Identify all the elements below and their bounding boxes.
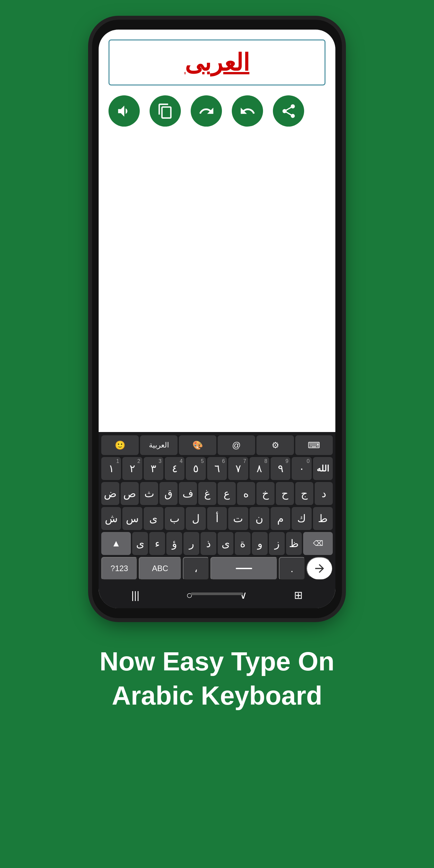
key-qaf[interactable]: ق bbox=[159, 482, 178, 505]
at-button[interactable]: @ bbox=[218, 435, 255, 455]
row2: ض ص ث ق ف غ ع ه خ ح ج د bbox=[101, 482, 333, 505]
key-tah[interactable]: ط bbox=[313, 507, 333, 530]
home-indicator bbox=[191, 592, 243, 595]
key-allah[interactable]: الله bbox=[313, 457, 333, 480]
row3: ش س ى ب ل أ ت ن م ك ط bbox=[101, 507, 333, 530]
arabic-text: العربى bbox=[185, 49, 250, 76]
key-seen[interactable]: س bbox=[122, 507, 142, 530]
key-meem[interactable]: م bbox=[271, 507, 290, 530]
row4: ▲ ى ء ؤ ر ذ ى ة و ز ظ ⌫ bbox=[101, 532, 333, 555]
keyboard-container: 🙂 العربية 🎨 @ ⚙ ⌨ 1١ 2٢ 3٣ 4٤ 5٥ 6٦ 7٧ 8 bbox=[99, 432, 335, 608]
key-ha[interactable]: ه bbox=[237, 482, 255, 505]
back-nav-icon[interactable]: ||| bbox=[131, 589, 140, 601]
numbers-mode-key[interactable]: ?123 bbox=[101, 557, 137, 580]
volume-button[interactable] bbox=[108, 95, 140, 127]
key-6[interactable]: 6٦ bbox=[207, 457, 227, 480]
share-button[interactable] bbox=[273, 95, 304, 127]
key-9[interactable]: 9٩ bbox=[271, 457, 290, 480]
redo-button[interactable] bbox=[191, 95, 222, 127]
key-kaf[interactable]: ك bbox=[291, 507, 311, 530]
copy-button[interactable] bbox=[150, 95, 181, 127]
number-row: 1١ 2٢ 3٣ 4٤ 5٥ 6٦ 7٧ 8٨ 9٩ 0٠ الله bbox=[101, 457, 333, 480]
key-kha[interactable]: خ bbox=[256, 482, 275, 505]
key-jeem[interactable]: ج bbox=[295, 482, 313, 505]
key-0[interactable]: 0٠ bbox=[291, 457, 311, 480]
key-zah[interactable]: ظ bbox=[286, 532, 302, 555]
key-waw-hamza[interactable]: ؤ bbox=[166, 532, 182, 555]
key-ba[interactable]: ب bbox=[165, 507, 184, 530]
page-container: العربى bbox=[0, 0, 434, 868]
grid-nav-icon[interactable]: ⊞ bbox=[294, 589, 303, 601]
key-2[interactable]: 2٢ bbox=[122, 457, 142, 480]
settings-button[interactable]: ⚙ bbox=[256, 435, 294, 455]
key-dal[interactable]: د bbox=[315, 482, 333, 505]
language-button[interactable]: العربية bbox=[140, 435, 178, 455]
keyboard-hide-button[interactable]: ⌨ bbox=[295, 435, 333, 455]
bottom-line2: Arabic Keyboard bbox=[112, 681, 322, 710]
key-ra[interactable]: ر bbox=[183, 532, 199, 555]
key-fa[interactable]: ف bbox=[179, 482, 197, 505]
home-nav-icon[interactable]: ○ bbox=[186, 589, 193, 601]
key-alef-hamza[interactable]: أ bbox=[207, 507, 227, 530]
enter-key[interactable] bbox=[306, 557, 333, 580]
svg-rect-0 bbox=[236, 568, 252, 569]
key-ta[interactable]: ت bbox=[228, 507, 248, 530]
key-4[interactable]: 4٤ bbox=[165, 457, 184, 480]
recents-nav-icon[interactable]: ∨ bbox=[239, 589, 247, 601]
bottom-line1: Now Easy Type On bbox=[100, 647, 334, 676]
theme-button[interactable]: 🎨 bbox=[179, 435, 216, 455]
bottom-row: ?123 ABC ، . bbox=[101, 557, 333, 580]
period-key[interactable]: . bbox=[279, 557, 305, 580]
key-tha[interactable]: ث bbox=[140, 482, 158, 505]
key-sad[interactable]: ص bbox=[121, 482, 139, 505]
key-shin[interactable]: ش bbox=[101, 507, 121, 530]
key-ghain[interactable]: غ bbox=[198, 482, 216, 505]
key-ain[interactable]: ع bbox=[218, 482, 236, 505]
emoji-button[interactable]: 🙂 bbox=[101, 435, 139, 455]
backspace-key[interactable]: ⌫ bbox=[303, 532, 333, 555]
shift-key[interactable]: ▲ bbox=[101, 532, 131, 555]
bottom-text-section: Now Easy Type On Arabic Keyboard bbox=[100, 644, 334, 713]
key-nun[interactable]: ن bbox=[250, 507, 269, 530]
key-ya-alef[interactable]: ى bbox=[132, 532, 148, 555]
abc-key[interactable]: ABC bbox=[139, 557, 182, 580]
phone-screen: العربى bbox=[99, 30, 335, 608]
key-ya2[interactable]: ى bbox=[144, 507, 163, 530]
key-lam[interactable]: ل bbox=[186, 507, 206, 530]
key-5[interactable]: 5٥ bbox=[186, 457, 206, 480]
key-ta-marbuta[interactable]: ة bbox=[235, 532, 251, 555]
space-key[interactable] bbox=[210, 557, 278, 580]
key-hamza[interactable]: ء bbox=[149, 532, 165, 555]
empty-area bbox=[99, 136, 335, 432]
key-3[interactable]: 3٣ bbox=[144, 457, 163, 480]
key-7[interactable]: 7٧ bbox=[228, 457, 248, 480]
key-1[interactable]: 1١ bbox=[101, 457, 121, 480]
key-dad[interactable]: ض bbox=[101, 482, 119, 505]
comma-key[interactable]: ، bbox=[183, 557, 209, 580]
key-waw[interactable]: و bbox=[252, 532, 268, 555]
action-buttons-row bbox=[99, 86, 335, 136]
key-8[interactable]: 8٨ bbox=[250, 457, 269, 480]
phone-mockup: العربى bbox=[92, 20, 342, 618]
key-ya[interactable]: ى bbox=[218, 532, 234, 555]
text-display: العربى bbox=[108, 39, 326, 86]
nav-bar: ||| ○ ∨ ⊞ bbox=[101, 582, 333, 608]
key-hha[interactable]: ح bbox=[276, 482, 294, 505]
key-zal[interactable]: ذ bbox=[200, 532, 216, 555]
keyboard-toolbar: 🙂 العربية 🎨 @ ⚙ ⌨ bbox=[101, 435, 333, 455]
undo-button[interactable] bbox=[232, 95, 263, 127]
bottom-headline: Now Easy Type On Arabic Keyboard bbox=[100, 644, 334, 713]
key-zain[interactable]: ز bbox=[269, 532, 285, 555]
